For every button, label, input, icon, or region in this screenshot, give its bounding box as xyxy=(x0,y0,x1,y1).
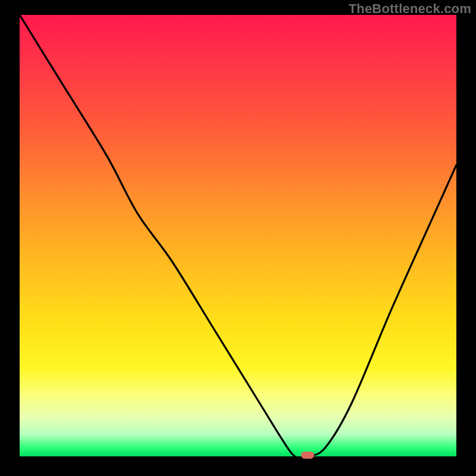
plot-area xyxy=(20,15,456,456)
valley-marker xyxy=(301,452,314,459)
chart-frame: TheBottleneck.com xyxy=(0,0,476,476)
bottleneck-curve xyxy=(20,15,456,456)
